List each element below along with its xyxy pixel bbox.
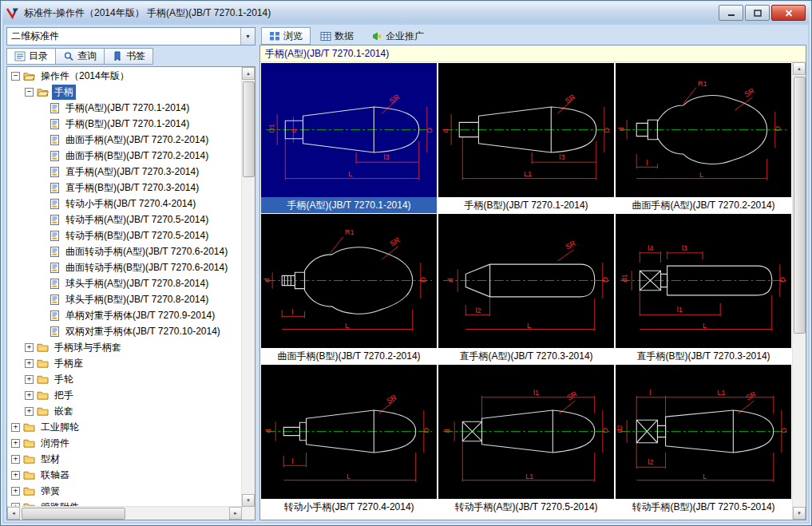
expand-icon[interactable]: +: [25, 359, 34, 368]
svg-text:D: D: [419, 276, 427, 282]
tree-item[interactable]: 转动小手柄(JB/T 7270.4-2014): [7, 196, 242, 212]
thumbnail-item[interactable]: dSRDl2L直手柄(A型)(JB/T 7270.3-2014): [438, 214, 614, 364]
scroll-down-button[interactable]: ▼: [793, 507, 806, 520]
expand-icon[interactable]: +: [25, 391, 34, 400]
thumbnail-item[interactable]: dSRDl3L1手柄(B型)(JB/T 7270.1-2014): [438, 63, 614, 213]
thumbnail-item[interactable]: l1dSRDL1转动手柄(A型)(JB/T 7270.5-2014): [438, 365, 614, 515]
thumbnail-item[interactable]: D1dSRDl3L手柄(A型)(JB/T 7270.1-2014): [261, 63, 437, 213]
tab-bookmark[interactable]: 书签: [105, 48, 153, 65]
collapse-icon[interactable]: −: [25, 88, 34, 97]
expand-icon[interactable]: +: [11, 471, 20, 480]
tree-item[interactable]: 单柄对重手柄体(JB/T 7270.9-2014): [7, 307, 242, 323]
tree-item[interactable]: 直手柄(A型)(JB/T 7270.3-2014): [7, 164, 242, 180]
tab-promo[interactable]: 企业推广: [363, 27, 432, 45]
thumbnail-item[interactable]: lL1d2SRDl2L转动手柄(B型)(JB/T 7270.5-2014): [616, 365, 791, 515]
library-type-select[interactable]: 二维标准件 ▼: [6, 27, 255, 45]
close-icon: [785, 10, 793, 17]
tree-vscroll-thumb[interactable]: [243, 81, 255, 177]
tree-item-label: 转动手柄(A型)(JB/T 7270.5-2014): [63, 212, 211, 227]
tree-item[interactable]: 曲面手柄(A型)(JB/T 7270.2-2014): [7, 132, 242, 148]
tree-item[interactable]: +润滑件: [7, 435, 242, 451]
svg-text:l1: l1: [677, 306, 683, 314]
tree-item[interactable]: +手柄球与手柄套: [7, 339, 242, 355]
thumbnail-grid: D1dSRDl3L手柄(A型)(JB/T 7270.1-2014)dSRDl3L…: [260, 62, 792, 520]
thumbnail-item[interactable]: R1dSRDlL曲面手柄(A型)(JB/T 7270.2-2014): [616, 63, 791, 213]
tree-item[interactable]: 手柄(A型)(JB/T 7270.1-2014): [7, 100, 242, 116]
thumbnail-item[interactable]: d1l4l3Dl1L直手柄(B型)(JB/T 7270.3-2014): [616, 214, 791, 364]
part-drawing[interactable]: dSRDl3L1: [438, 63, 614, 197]
tree-item[interactable]: 转动手柄(B型)(JB/T 7270.5-2014): [7, 227, 242, 243]
tree-item[interactable]: 球头手柄(A型)(JB/T 7270.8-2014): [7, 275, 242, 291]
close-button[interactable]: [771, 5, 806, 21]
expand-icon[interactable]: +: [25, 343, 34, 352]
tree-item-label: 工业脚轮: [38, 420, 81, 435]
tree-item[interactable]: 手柄(B型)(JB/T 7270.1-2014): [7, 116, 242, 132]
part-drawing[interactable]: l1dSRDL1: [438, 365, 614, 499]
svg-text:l3: l3: [383, 153, 389, 161]
tree-item[interactable]: +弹簧: [7, 483, 242, 499]
tree-item-label: 球头手柄(A型)(JB/T 7270.8-2014): [63, 276, 211, 291]
maximize-button[interactable]: [745, 5, 770, 21]
tree-item[interactable]: +把手: [7, 387, 242, 403]
tree-item[interactable]: +工业脚轮: [7, 419, 242, 435]
tree-item[interactable]: +手柄座: [7, 355, 242, 371]
tab-catalog[interactable]: 目录: [6, 48, 56, 65]
svg-text:R1: R1: [345, 228, 355, 236]
svg-text:L: L: [347, 473, 351, 481]
part-drawing[interactable]: D1dSRDl3L: [261, 63, 437, 197]
tree-item[interactable]: +型材: [7, 451, 242, 467]
expand-icon[interactable]: +: [11, 455, 20, 464]
scroll-down-button[interactable]: ▼: [242, 494, 255, 507]
part-drawing[interactable]: lL1d2SRDl2L: [616, 365, 791, 499]
tree-item[interactable]: +手轮: [7, 371, 242, 387]
thumbnail-item[interactable]: R1dSRDlL曲面手柄(B型)(JB/T 7270.2-2014): [261, 214, 437, 364]
thumbnail-area: D1dSRDl3L手柄(A型)(JB/T 7270.1-2014)dSRDl3L…: [260, 62, 806, 520]
tree-item[interactable]: 转动手柄(A型)(JB/T 7270.5-2014): [7, 212, 242, 227]
part-drawing[interactable]: dSRDlL: [261, 365, 437, 499]
tree-item[interactable]: 曲面转动手柄(B型)(JB/T 7270.6-2014): [7, 259, 242, 275]
bookmark-icon: [112, 51, 123, 61]
preview-vscroll-thumb[interactable]: [794, 77, 806, 334]
collapse-icon[interactable]: −: [11, 72, 20, 81]
scroll-left-button[interactable]: ◄: [7, 507, 20, 520]
svg-text:l: l: [646, 159, 648, 167]
search-icon: [63, 51, 74, 61]
tab-data[interactable]: 数据: [312, 27, 362, 45]
tree-item[interactable]: −手柄: [7, 84, 242, 100]
preview-vertical-scrollbar[interactable]: ▲ ▼: [792, 62, 806, 520]
tree-item[interactable]: 球头手柄(B型)(JB/T 7270.8-2014): [7, 291, 242, 307]
dropdown-arrow-icon[interactable]: ▼: [240, 28, 255, 45]
tree-item-label: 转动手柄(B型)(JB/T 7270.5-2014): [63, 228, 211, 243]
tree-horizontal-scrollbar[interactable]: ◄ ►: [7, 506, 242, 520]
tree-item[interactable]: 曲面转动手柄(A型)(JB/T 7270.6-2014): [7, 243, 242, 259]
catalog-icon: [14, 51, 26, 61]
tab-browse[interactable]: 浏览: [261, 27, 311, 45]
tree-hscroll-thumb[interactable]: [22, 508, 125, 520]
part-icon: [50, 279, 60, 289]
tree-item[interactable]: −操作件（2014年版）: [7, 68, 242, 84]
part-drawing[interactable]: dSRDl2L: [438, 214, 614, 348]
svg-text:L: L: [345, 322, 349, 330]
minimize-button[interactable]: [719, 5, 743, 21]
expand-icon[interactable]: +: [25, 375, 34, 384]
expand-icon[interactable]: +: [11, 487, 20, 496]
tree-item[interactable]: 直手柄(B型)(JB/T 7270.3-2014): [7, 180, 242, 196]
tree-item[interactable]: +联轴器: [7, 467, 242, 483]
title-bar[interactable]: 标准件-操作件（2014年版） 手柄(A型)(JB/T 7270.1-2014): [2, 2, 810, 23]
tab-search[interactable]: 查询: [56, 48, 105, 65]
part-drawing[interactable]: d1l4l3Dl1L: [616, 214, 791, 348]
svg-text:D: D: [778, 276, 786, 282]
scroll-right-button[interactable]: ►: [229, 507, 242, 520]
tree-item[interactable]: 双柄对重手柄体(JB/T 7270.10-2014): [7, 323, 242, 339]
expand-icon[interactable]: +: [11, 423, 20, 432]
expand-icon[interactable]: +: [11, 439, 20, 448]
tree-item[interactable]: +嵌套: [7, 403, 242, 419]
tree-vertical-scrollbar[interactable]: ▲ ▼: [241, 67, 255, 507]
expand-icon[interactable]: +: [25, 407, 34, 416]
part-drawing[interactable]: R1dSRDlL: [616, 63, 791, 197]
scroll-up-button[interactable]: ▲: [242, 67, 255, 80]
thumbnail-item[interactable]: dSRDlL转动小手柄(JB/T 7270.4-2014): [261, 365, 437, 515]
part-drawing[interactable]: R1dSRDlL: [261, 214, 437, 348]
scroll-up-button[interactable]: ▲: [793, 62, 806, 75]
tree-item[interactable]: 曲面手柄(B型)(JB/T 7270.2-2014): [7, 148, 242, 164]
